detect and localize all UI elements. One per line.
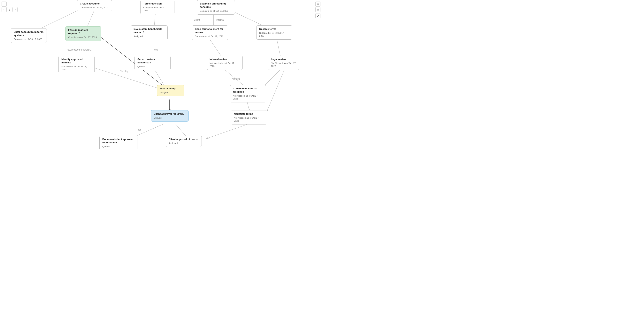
node-custom-benchmark-q-title: Is a custom benchmark needed? — [134, 28, 165, 34]
node-create-accounts[interactable]: Create accounts Complete as of Oct 17, 2… — [77, 0, 112, 11]
edge-label-no-skip-2: No, skip — [232, 78, 240, 80]
zoom-in-button[interactable]: ⊕ — [315, 2, 320, 7]
edge-label-no-skip-1: No, skip — [120, 70, 128, 73]
node-establish-onboarding-title: Establish onboarding schedule — [200, 2, 232, 9]
node-client-approval-q[interactable]: Client approval required? Queued — [151, 110, 189, 122]
node-send-terms-status: Complete as of Oct 17, 2023 — [195, 35, 225, 38]
node-legal-review-title: Legal review — [271, 58, 296, 61]
node-document-approval[interactable]: Document client approval requirement Que… — [100, 136, 138, 150]
node-internal-review-title: Internal review — [210, 58, 240, 61]
node-enter-account-number-status: Complete as of Oct 17, 2023 — [14, 38, 44, 41]
node-receive-terms-title: Receive terms — [259, 28, 290, 31]
edge-label-internal: Internal — [216, 19, 224, 21]
nav-forward-button[interactable]: → — [12, 7, 18, 12]
node-establish-onboarding-status: Complete as of Oct 17, 2023 — [200, 10, 232, 13]
node-foreign-markets-title: Foreign markets required? — [68, 29, 98, 35]
svg-line-10 — [210, 39, 222, 58]
svg-line-11 — [277, 39, 281, 58]
node-document-approval-status: Queued — [102, 145, 134, 148]
node-set-up-benchmark-title: Set up custom benchmark — [138, 58, 168, 64]
node-market-setup[interactable]: Market setup Assigned — [157, 85, 184, 96]
node-identify-markets[interactable]: Identify approved markets Not Needed as … — [58, 56, 94, 73]
nav-back-button[interactable]: ← — [2, 7, 7, 12]
node-internal-review-status: Not Needed as of Oct 17, 2023 — [210, 62, 240, 68]
node-document-approval-title: Document client approval requirement — [102, 138, 134, 144]
node-receive-terms[interactable]: Receive terms Not Needed as of Oct 17, 2… — [256, 25, 292, 40]
node-set-up-benchmark[interactable]: Set up custom benchmark Queued — [134, 56, 170, 70]
edge-label-yes-proceed: Yes, proceed to foreign... — [66, 48, 92, 51]
node-client-approval-q-status: Queued — [154, 117, 186, 119]
node-market-setup-title: Market setup — [160, 87, 181, 90]
node-terms-decision-title: Terms decision — [143, 2, 172, 6]
node-terms-decision-status: Complete as of Oct 17, 2023 — [143, 6, 172, 12]
node-consolidate-feedback-status: Not Needed as of Oct 17, 2023 — [233, 94, 263, 100]
node-receive-terms-status: Not Needed as of Oct 17, 2023 — [259, 32, 290, 38]
node-negotiate-terms-status: Not Needed as of Oct 17, 2023 — [234, 117, 264, 122]
nav-up-button[interactable]: ↑ — [2, 2, 7, 7]
node-negotiate-terms[interactable]: Negotiate terms Not Needed as of Oct 17,… — [231, 110, 267, 125]
node-custom-benchmark-q-status: Assigned — [134, 35, 165, 38]
connections-svg — [0, 0, 322, 164]
edge-label-yes-2: Yes — [138, 128, 142, 131]
edge-label-yes-1: Yes — [154, 48, 158, 51]
node-send-terms[interactable]: Send terms to client for review Complete… — [192, 25, 228, 40]
node-consolidate-feedback-title: Consolidate internal feedback — [233, 87, 263, 94]
node-market-setup-status: Assigned — [160, 91, 181, 94]
node-negotiate-terms-title: Negotiate terms — [234, 112, 264, 116]
node-terms-decision[interactable]: Terms decision Complete as of Oct 17, 20… — [140, 0, 174, 14]
node-custom-benchmark-q[interactable]: Is a custom benchmark needed? Assigned — [130, 25, 168, 40]
node-enter-account-number-title: Enter account number in systems — [14, 31, 44, 37]
node-client-approval-terms-title: Client approval of terms — [168, 138, 199, 141]
svg-line-19 — [206, 123, 252, 139]
svg-line-17 — [132, 124, 164, 138]
zoom-expand-button[interactable]: ⤢ — [315, 13, 320, 18]
node-send-terms-title: Send terms to client for review — [195, 28, 225, 34]
edge-label-client: Client — [194, 19, 200, 21]
node-foreign-markets-status: Complete as of Oct 17, 2023 — [68, 36, 98, 39]
node-client-approval-q-title: Client approval required? — [154, 112, 186, 116]
node-identify-markets-title: Identify approved markets — [62, 58, 92, 64]
node-establish-onboarding[interactable]: Establish onboarding schedule Complete a… — [197, 0, 235, 15]
zoom-controls: ⊕ ⊖ ⤢ — [315, 2, 320, 18]
node-create-accounts-status: Complete as of Oct 17, 2023 — [80, 6, 109, 9]
node-legal-review[interactable]: Legal review Not Needed as of Oct 17, 20… — [268, 56, 299, 70]
svg-line-14 — [267, 69, 284, 111]
node-client-approval-terms-status: Assigned — [168, 142, 199, 145]
node-consolidate-feedback[interactable]: Consolidate internal feedback Not Needed… — [230, 85, 266, 102]
node-internal-review[interactable]: Internal review Not Needed as of Oct 17,… — [206, 56, 243, 70]
node-legal-review-status: Not Needed as of Oct 17, 2023 — [271, 62, 296, 68]
zoom-out-button[interactable]: ⊖ — [315, 7, 320, 12]
node-create-accounts-title: Create accounts — [80, 2, 109, 6]
workflow-canvas: ↑ ← ↓ → ⊕ ⊖ ⤢ — [0, 0, 322, 164]
node-enter-account-number[interactable]: Enter account number in systems Complete… — [11, 28, 47, 43]
node-client-approval-terms[interactable]: Client approval of terms Assigned — [166, 136, 202, 147]
nav-down-button[interactable]: ↓ — [7, 7, 12, 12]
node-identify-markets-status: Not Needed as of Oct 17, 2023 — [62, 65, 92, 71]
node-set-up-benchmark-status: Queued — [138, 65, 168, 68]
nav-controls: ↑ ← ↓ → — [2, 2, 18, 12]
node-foreign-markets[interactable]: Foreign markets required? Complete as of… — [65, 26, 101, 41]
